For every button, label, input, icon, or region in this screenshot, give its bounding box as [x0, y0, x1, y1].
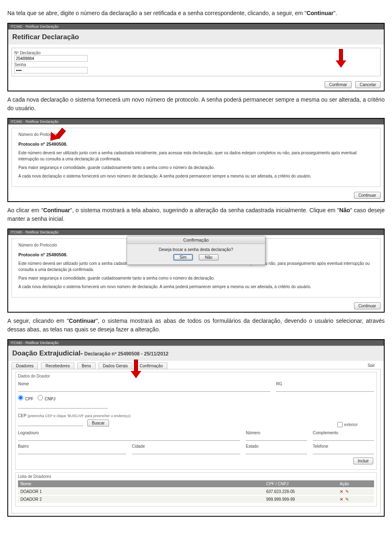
intro-paragraph-4: A seguir, clicando em "Continuar", o sis… — [7, 317, 385, 333]
incluir-button[interactable]: Incluir — [353, 457, 373, 464]
intro-paragraph-1: Na tela que se abre, digite o número da … — [7, 9, 385, 17]
edit-icon[interactable]: ✎ — [345, 489, 349, 494]
cell-nome: DOADOR 1 — [18, 488, 264, 495]
checkbox-exterior[interactable]: exterior — [337, 422, 358, 427]
table-row: DOADOR 2999.999.999-99✕✎ — [18, 495, 374, 503]
input-numero[interactable] — [246, 435, 307, 441]
label-numero-protocolo: Número do Protocolo — [14, 130, 378, 137]
cell-doc: 999.999.999-99 — [264, 495, 337, 503]
tab-recebedores[interactable]: Recebedores — [41, 362, 74, 369]
continuar-button[interactable]: Continuar — [354, 192, 381, 199]
group-dados-doador: Dados do Doador Nome RG CPF CNPJ — [15, 372, 377, 470]
delete-icon[interactable]: ✕ — [340, 489, 343, 494]
confirmacao-dialog: Confirmação Deseja trocar a senha desta … — [127, 236, 265, 265]
panel-protocolo: ITCMD - Retificar Declaração Número do P… — [7, 118, 385, 202]
input-num-declaracao[interactable] — [14, 55, 88, 62]
protocolo-text-2: Para maior segurança e comodidade, guard… — [18, 275, 374, 281]
panel-protocolo-dialog: ITCMD - Retificar Declaração Número do P… — [7, 229, 385, 313]
cell-nome: DOADOR 2 — [18, 495, 264, 503]
tab-bar: Doadores Recebedores Bens Dados Gerais C… — [8, 361, 384, 369]
tab-sair[interactable]: Sair — [363, 362, 379, 369]
dialog-message: Deseja trocar a senha desta declaração? — [129, 247, 263, 252]
label-senha: Senha — [14, 62, 378, 67]
window-titlebar: ITCMD - Retificar Declaração — [8, 229, 384, 235]
protocolo-text-2: Para maior segurança e comodidade, guard… — [18, 164, 374, 171]
tab-doadores[interactable]: Doadores — [11, 362, 38, 369]
label-telefone: Telefone — [313, 444, 374, 449]
label-complemento: Complemento — [313, 431, 374, 435]
table-row: DOADOR 1637.623.228-05✕✎ — [18, 488, 374, 495]
doadores-table: Nome CPF / CNPJ Ação DOADOR 1637.623.228… — [18, 480, 374, 503]
intro-paragraph-2: A cada nova declaração o sistema fornece… — [7, 95, 385, 112]
label-bairro: Bairro — [18, 444, 126, 449]
label-cep: CEP (preencha CEP e clique 'BUSCAR' para… — [18, 413, 131, 418]
panel-retificar-form: ITCMD - Retificar Declaração Retificar D… — [7, 23, 385, 91]
input-bairro[interactable] — [18, 449, 126, 454]
edit-icon[interactable]: ✎ — [345, 497, 349, 502]
dialog-nao-button[interactable]: Não — [199, 254, 218, 260]
radio-cnpj[interactable]: CNPJ — [38, 395, 56, 401]
window-titlebar: ITCMD - Retificar Declaração — [8, 340, 384, 346]
protocolo-text-3: A cada nova declaração o sistema fornece… — [18, 284, 374, 290]
dialog-title: Confirmação — [127, 236, 265, 244]
radio-cpf[interactable]: CPF — [18, 395, 33, 401]
input-logradouro[interactable] — [18, 435, 240, 441]
label-numero: Número — [246, 431, 307, 435]
window-titlebar: ITCMD - Retificar Declaração — [8, 119, 384, 124]
label-cidade: Cidade — [132, 444, 240, 449]
confirmar-button[interactable]: Confirmar — [325, 81, 352, 88]
input-senha[interactable] — [14, 67, 88, 73]
group-lista-doadores: Lista de Doadores Nome CPF / CNPJ Ação D… — [15, 472, 377, 506]
label-nome: Nome — [18, 382, 270, 386]
input-cpf-cnpj[interactable] — [18, 403, 108, 409]
input-cep[interactable] — [18, 420, 83, 426]
cell-doc: 637.623.228-05 — [264, 488, 337, 495]
label-num-declaracao: Nº Declaração — [14, 51, 378, 55]
dialog-sim-button[interactable]: Sim — [174, 254, 193, 260]
tab-confirmacao[interactable]: Confirmação — [135, 362, 167, 369]
input-telefone[interactable] — [313, 449, 374, 454]
continuar-button[interactable]: Continuar — [354, 302, 381, 309]
th-cpf: CPF / CNPJ — [264, 480, 337, 488]
tab-bens[interactable]: Bens — [77, 362, 96, 369]
section-heading: Doação Extrajudicial- Declaração nº 2549… — [8, 346, 384, 361]
intro-paragraph-3: Ao clicar em "Continuar", o sistema most… — [7, 206, 385, 223]
tab-dados-gerais[interactable]: Dados Gerais — [98, 362, 132, 369]
input-rg[interactable] — [276, 386, 374, 392]
protocolo-text-1: Este número deverá ser utilizado junto c… — [18, 150, 374, 162]
input-complemento[interactable] — [313, 435, 374, 441]
label-rg: RG — [276, 382, 374, 386]
panel-doacao: ITCMD - Retificar Declaração Doação Extr… — [7, 339, 385, 517]
section-heading: Retificar Declaração — [8, 29, 384, 44]
protocolo-number: Protocolo nº 25490508. — [18, 141, 374, 148]
buscar-button[interactable]: Buscar — [87, 420, 109, 426]
input-estado[interactable] — [246, 449, 307, 454]
label-estado: Estado — [246, 444, 307, 449]
th-acao: Ação — [337, 480, 374, 488]
protocolo-text-3: A cada nova declaração o sistema fornece… — [18, 173, 374, 179]
input-nome[interactable] — [18, 386, 270, 392]
delete-icon[interactable]: ✕ — [340, 497, 343, 502]
input-cidade[interactable] — [132, 449, 240, 454]
window-titlebar: ITCMD - Retificar Declaração — [8, 24, 384, 29]
label-logradouro: Logradouro — [18, 431, 240, 435]
cancelar-button[interactable]: Cancelar — [355, 81, 381, 88]
th-nome: Nome — [18, 480, 264, 488]
